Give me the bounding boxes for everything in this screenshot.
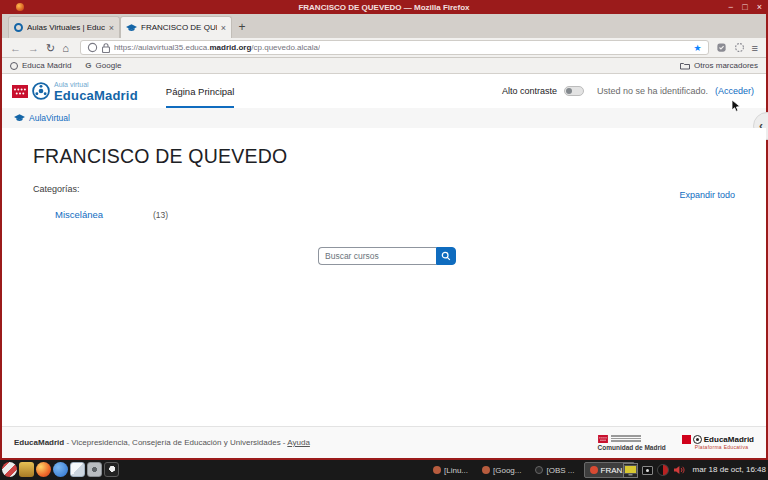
tab-label: Aulas Virtuales | EducaM	[27, 23, 105, 32]
window-icon	[590, 466, 598, 474]
categories-label: Categorías:	[33, 184, 80, 194]
minimize-button[interactable]: −	[728, 0, 733, 14]
verified-badge-icon[interactable]	[716, 42, 727, 53]
educamadrid-ring-icon	[693, 435, 702, 444]
login-link[interactable]: (Acceder)	[715, 86, 754, 96]
educamadrid-logo-icon	[32, 82, 50, 100]
editor-app-icon[interactable]	[19, 462, 34, 477]
home-button[interactable]: ⌂	[62, 39, 69, 57]
bookmark-label: Educa Madrid	[22, 61, 71, 70]
files-app-icon[interactable]	[70, 462, 85, 477]
bookmark-label: Google	[96, 61, 122, 70]
monitor-icon	[624, 465, 637, 476]
volume-icon[interactable]	[673, 464, 685, 476]
footer-text: EducaMadrid - Vicepresidencia, Consejerí…	[14, 438, 310, 447]
bookmarks-bar: Educa Madrid G Google Otros marcadores	[2, 58, 766, 74]
taskbar-clock[interactable]: mar 18 de oct, 16:48	[693, 462, 766, 478]
login-status: Usted no se ha identificado.	[597, 86, 708, 96]
category-miscelanea-link[interactable]: Miscelánea	[55, 209, 103, 220]
url-bar[interactable]: https://aulavirtual35.educa.madrid.org/c…	[80, 40, 709, 55]
capture-tray-icon[interactable]	[642, 466, 653, 475]
breadcrumb-aulavirtual[interactable]: AulaVirtual	[29, 113, 70, 123]
window-title: FRANCISCO DE QUEVEDO — Mozilla Firefox	[298, 3, 469, 12]
main-content: FRANCISCO DE QUEVEDO Categorías: Miscelá…	[2, 128, 766, 426]
window-icon	[535, 466, 543, 474]
maximize-button[interactable]: □	[742, 0, 747, 14]
obs-app-icon[interactable]	[104, 462, 119, 477]
window-titlebar[interactable]: FRANCISCO DE QUEVEDO — Mozilla Firefox −…	[0, 0, 768, 14]
other-bookmarks-label: Otros marcadores	[694, 61, 758, 70]
close-button[interactable]: ×	[757, 0, 762, 14]
help-link[interactable]: Ayuda	[287, 438, 310, 447]
tab-bar: Aulas Virtuales | EducaM × FRANCISCO DE …	[2, 14, 766, 38]
tracking-shield-icon[interactable]	[87, 42, 98, 53]
reload-button[interactable]: ↻	[46, 39, 55, 57]
mouse-cursor	[731, 99, 741, 113]
google-icon: G	[85, 61, 91, 70]
taskbar-window-obs[interactable]: [OBS ...	[530, 462, 579, 478]
plataforma-educativa-label: Plataforma Educativa	[695, 444, 754, 450]
new-tab-button[interactable]: +	[232, 16, 252, 38]
tab-close-icon[interactable]: ×	[109, 23, 114, 33]
taskbar-window-google[interactable]: [Goog...	[477, 462, 526, 478]
url-text: https://aulavirtual35.educa.madrid.org/c…	[114, 43, 320, 52]
app-launchers	[2, 462, 119, 477]
forward-button[interactable]: →	[28, 39, 39, 57]
nav-label: Página Principal	[166, 86, 235, 97]
folder-icon	[680, 62, 690, 70]
comunidad-madrid-flag-icon	[598, 435, 608, 443]
logo-fine-print	[611, 434, 641, 443]
comunidad-madrid-label: Comunidad de Madrid	[598, 444, 666, 451]
comunidad-madrid-logo: Comunidad de Madrid	[598, 434, 666, 451]
tab-label: FRANCISCO DE QUEVED	[141, 23, 217, 32]
bookmark-google[interactable]: G Google	[85, 61, 121, 70]
tab-francisco-de-quevedo[interactable]: FRANCISCO DE QUEVED ×	[120, 16, 232, 38]
educamadrid-favicon	[14, 23, 23, 32]
app-menu-icon[interactable]	[2, 462, 17, 477]
category-count: (13)	[153, 210, 168, 220]
desktop-taskbar: [Linu... [Goog... [OBS ... FRAN... mar 1…	[0, 460, 768, 480]
tab-aulas-virtuales[interactable]: Aulas Virtuales | EducaM ×	[8, 16, 120, 38]
contrast-label: Alto contraste	[502, 86, 557, 96]
record-tray-icon[interactable]	[657, 464, 669, 476]
window-list: [Linu... [Goog... [OBS ... FRAN...	[428, 462, 635, 478]
sync-icon[interactable]	[734, 42, 745, 53]
brand-tagline: Aula virtual	[54, 81, 138, 88]
contrast-toggle[interactable]	[564, 86, 584, 96]
other-bookmarks-button[interactable]: Otros marcadores	[680, 61, 758, 70]
site-logo[interactable]: Aula virtual EducaMadrid	[12, 81, 138, 102]
tab-close-icon[interactable]: ×	[221, 23, 226, 33]
nav-toolbar: ← → ↻ ⌂ https://aulavirtual35.educa.madr…	[2, 38, 766, 58]
firefox-app-icon	[16, 3, 24, 11]
educamadrid-footer-name: EducaMadrid	[704, 435, 754, 444]
window-icon	[433, 466, 441, 474]
nav-pagina-principal[interactable]: Página Principal	[166, 74, 235, 108]
comunidad-madrid-flag-icon	[12, 85, 28, 98]
search-button[interactable]	[436, 247, 456, 265]
search-icon	[441, 251, 451, 261]
brand-name: EducaMadrid	[54, 89, 138, 102]
graduation-cap-icon	[14, 114, 25, 122]
course-search-input[interactable]	[318, 247, 436, 265]
expand-all-link[interactable]: Expandir todo	[679, 190, 735, 200]
desktop: FRANCISCO DE QUEVEDO — Mozilla Firefox −…	[0, 0, 768, 480]
educamadrid-bookmark-icon	[10, 62, 18, 70]
educamadrid-footer-logo: EducaMadrid Plataforma Educativa	[682, 435, 754, 450]
site-header: Aula virtual EducaMadrid Página Principa…	[2, 74, 766, 108]
menu-icon[interactable]: ≡	[752, 42, 758, 54]
course-search	[318, 247, 456, 265]
graduation-cap-favicon	[126, 24, 137, 32]
firefox-launcher-icon[interactable]	[36, 462, 51, 477]
taskbar-window-linux[interactable]: [Linu...	[428, 462, 473, 478]
display-tray-icon[interactable]	[623, 463, 638, 478]
red-square-icon	[682, 435, 691, 444]
screenshot-app-icon[interactable]	[87, 462, 102, 477]
lock-icon	[102, 43, 110, 53]
page-footer: EducaMadrid - Vicepresidencia, Consejerí…	[2, 426, 766, 458]
bookmark-star-icon[interactable]: ★	[694, 43, 702, 53]
window-icon	[482, 466, 490, 474]
toggle-knob	[566, 88, 572, 94]
bookmark-educa-madrid[interactable]: Educa Madrid	[10, 61, 71, 70]
browser-app-icon[interactable]	[53, 462, 68, 477]
back-button[interactable]: ←	[10, 39, 21, 57]
